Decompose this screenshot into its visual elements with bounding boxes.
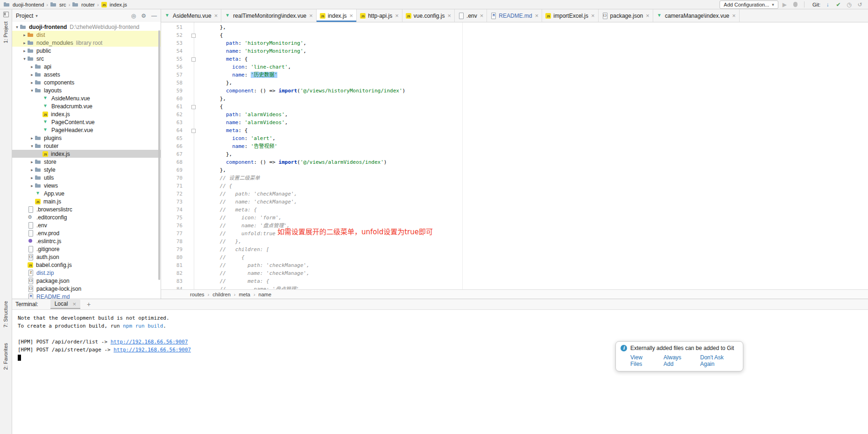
tree-item[interactable]: ▸plugins: [12, 134, 161, 142]
tree-item[interactable]: main.js: [12, 197, 161, 205]
fold-icon[interactable]: [186, 55, 198, 63]
sidebar-tab-structure[interactable]: 7: Structure: [3, 301, 8, 328]
editor-tab[interactable]: index.js×: [317, 9, 357, 22]
hide-panel-icon[interactable]: —: [151, 13, 157, 19]
close-icon[interactable]: ×: [535, 13, 539, 19]
tree-item[interactable]: ▾layouts: [12, 86, 161, 94]
breadcrumb-item[interactable]: name: [259, 292, 272, 297]
close-icon[interactable]: ×: [214, 13, 218, 19]
editor-tab[interactable]: http-api.js×: [357, 9, 402, 22]
sidebar-tab-project[interactable]: 1: Project: [3, 21, 8, 43]
tree-item[interactable]: ▸components: [12, 78, 161, 86]
tree-item[interactable]: .eslintrc.js: [12, 237, 161, 245]
tree-item[interactable]: ▸assets: [12, 70, 161, 78]
chevron-right-icon[interactable]: ▸: [29, 168, 35, 172]
tree-item[interactable]: .env: [12, 221, 161, 229]
close-icon[interactable]: ×: [646, 13, 649, 19]
tree-item[interactable]: package.json: [12, 277, 161, 285]
fold-icon[interactable]: [186, 31, 198, 39]
tree-item[interactable]: Breadcrumb.vue: [12, 102, 161, 110]
chevron-right-icon[interactable]: ▸: [21, 49, 28, 53]
add-configuration-button[interactable]: Add Configuration... ▾: [720, 0, 778, 9]
breadcrumb-item[interactable]: routes: [190, 292, 205, 297]
tree-item[interactable]: .editorconfig: [12, 213, 161, 221]
breadcrumb-segment[interactable]: index.js: [100, 2, 128, 7]
project-scrollbar[interactable]: [158, 30, 160, 280]
notification-action[interactable]: View Files: [630, 354, 655, 367]
close-icon[interactable]: ×: [447, 13, 451, 19]
project-view-selector[interactable]: Project ▾: [16, 13, 38, 19]
editor-tab[interactable]: realTimeMonitoring\index.vue×: [221, 9, 317, 22]
chevron-right-icon[interactable]: ▸: [29, 80, 35, 85]
fold-icon[interactable]: [186, 103, 198, 111]
tree-item[interactable]: ▸public: [12, 47, 161, 55]
notification-action[interactable]: Don't Ask Again: [700, 354, 738, 367]
close-icon[interactable]: ×: [350, 13, 353, 19]
chevron-right-icon[interactable]: ▸: [29, 160, 35, 164]
chevron-down-icon[interactable]: ▾: [29, 144, 35, 148]
tree-item[interactable]: .env.prod: [12, 229, 161, 237]
settings-gear-icon[interactable]: ⚙: [141, 13, 146, 19]
chevron-right-icon[interactable]: ▸: [29, 183, 35, 188]
close-icon[interactable]: ×: [480, 13, 484, 19]
tree-item[interactable]: index.js: [12, 110, 161, 118]
editor-tab[interactable]: .env×: [455, 9, 487, 22]
breadcrumb-item[interactable]: meta: [239, 292, 250, 297]
breadcrumb-item[interactable]: children: [212, 292, 231, 297]
terminal-link[interactable]: http://192.168.66.56:9007: [111, 339, 188, 345]
close-icon[interactable]: ×: [732, 13, 736, 19]
breadcrumb-segment[interactable]: router: [71, 1, 96, 7]
chevron-down-icon[interactable]: ▾: [21, 56, 28, 61]
tree-item[interactable]: README.md: [12, 293, 161, 299]
editor-tab[interactable]: vue.config.js×: [402, 9, 455, 22]
editor-tab[interactable]: README.md×: [487, 9, 542, 22]
run-icon[interactable]: ▶: [780, 1, 789, 8]
code-editor[interactable]: 51 },52 {53 path: 'historyMonitoring',54…: [161, 22, 868, 289]
tree-item[interactable]: PageContent.vue: [12, 118, 161, 126]
close-icon[interactable]: ×: [395, 13, 399, 19]
tool-windows-icon[interactable]: [3, 12, 9, 17]
tree-item[interactable]: ▾src: [12, 55, 161, 63]
tree-item[interactable]: ▸dist: [12, 31, 161, 39]
tree-item[interactable]: dist.zip: [12, 269, 161, 277]
tree-item[interactable]: .browserslistrc: [12, 205, 161, 213]
new-terminal-icon[interactable]: +: [87, 301, 91, 308]
tree-item[interactable]: ▾router: [12, 142, 161, 150]
tree-item[interactable]: ▸utils: [12, 174, 161, 182]
locate-file-icon[interactable]: ◎: [131, 13, 136, 19]
chevron-right-icon[interactable]: ▸: [29, 136, 35, 140]
close-icon[interactable]: ×: [72, 301, 76, 307]
close-icon[interactable]: ×: [591, 13, 595, 19]
tree-item[interactable]: ▸style: [12, 166, 161, 174]
git-history-icon[interactable]: ◷: [845, 1, 854, 8]
editor-tab[interactable]: package.json×: [599, 9, 653, 22]
git-commit-icon[interactable]: ✔: [834, 1, 843, 8]
breadcrumb-segment[interactable]: src: [49, 1, 67, 7]
tree-item[interactable]: babel.config.js: [12, 261, 161, 269]
git-update-icon[interactable]: ↓: [823, 1, 832, 8]
breadcrumb-segment[interactable]: duoji-frontend: [3, 1, 45, 7]
tree-item[interactable]: App.vue: [12, 189, 161, 197]
notification-action[interactable]: Always Add: [663, 354, 692, 367]
tree-item[interactable]: auth.json: [12, 253, 161, 261]
terminal-link[interactable]: http://192.168.66.56:9007: [113, 347, 191, 353]
editor-tab[interactable]: AsideMenu.vue×: [161, 9, 221, 22]
chevron-down-icon[interactable]: ▾: [29, 88, 35, 93]
editor-tab[interactable]: cameraManage\index.vue×: [653, 9, 740, 22]
chevron-right-icon[interactable]: ▸: [29, 175, 35, 180]
tree-item[interactable]: ▸views: [12, 182, 161, 189]
tree-item[interactable]: PageHeader.vue: [12, 126, 161, 134]
tree-item[interactable]: package-lock.json: [12, 285, 161, 293]
tree-item[interactable]: AsideMenu.vue: [12, 94, 161, 102]
tree-item[interactable]: ▸api: [12, 63, 161, 70]
git-rollback-icon[interactable]: ↺: [855, 1, 864, 8]
tree-item[interactable]: ▸node_moduleslibrary root: [12, 39, 161, 47]
chevron-right-icon[interactable]: ▸: [29, 64, 35, 69]
terminal-body[interactable]: Note that the development build is not o…: [12, 310, 868, 434]
chevron-right-icon[interactable]: ▸: [21, 33, 28, 37]
chevron-down-icon[interactable]: ▾: [14, 25, 20, 29]
terminal-tab-local[interactable]: Local ×: [50, 300, 80, 309]
debug-icon[interactable]: [793, 2, 797, 7]
tree-item[interactable]: ▸store: [12, 158, 161, 166]
fold-icon[interactable]: [186, 126, 198, 134]
